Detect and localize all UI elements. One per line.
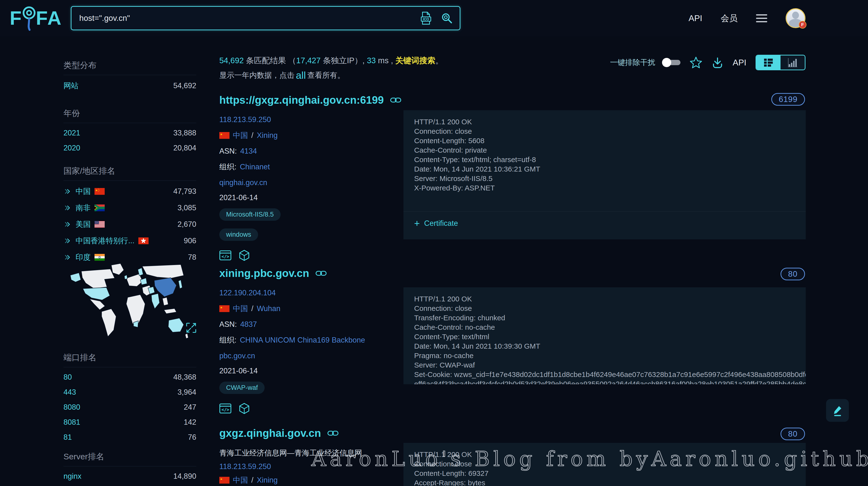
result-ip-link[interactable]: 122.190.204.104 xyxy=(219,289,276,297)
asn-link[interactable]: 4134 xyxy=(240,147,257,156)
download-icon[interactable] xyxy=(711,57,723,69)
edit-button[interactable] xyxy=(826,399,849,422)
country-row-china[interactable]: 中国 47,793 xyxy=(63,183,196,200)
external-link-icon xyxy=(390,97,401,103)
search-icon[interactable] xyxy=(441,12,453,24)
http-response-panel: HTTP/1.1 200 OK Connection: close Conten… xyxy=(403,443,806,486)
favorite-star-icon[interactable] xyxy=(690,56,702,69)
year-row-2021[interactable]: 2021 33,888 xyxy=(63,126,196,140)
double-chevron-icon xyxy=(63,254,72,261)
country-link[interactable]: 中国 xyxy=(233,303,248,314)
list-view-icon xyxy=(763,57,774,68)
user-avatar[interactable]: F xyxy=(785,8,805,28)
product-cube-icon[interactable] xyxy=(239,403,250,414)
tag-waf[interactable]: CWAP-waf xyxy=(219,382,265,394)
svg-text:ICO: ICO xyxy=(423,17,429,21)
city-link[interactable]: Xining xyxy=(257,131,278,140)
south-africa-flag-icon xyxy=(94,204,105,211)
port-badge[interactable]: 6199 xyxy=(771,93,805,106)
india-flag-icon xyxy=(94,254,105,261)
port-row-81[interactable]: 81 76 xyxy=(63,430,196,445)
country-row-hong-kong[interactable]: 中国香港特别行... 906 xyxy=(63,233,196,249)
org-label: 组织: xyxy=(219,335,237,345)
svg-text:</>: </> xyxy=(221,407,229,412)
year-section: 年份 2021 33,888 2020 20,804 xyxy=(63,108,196,156)
logo-pin-icon xyxy=(22,4,36,32)
port-badge[interactable]: 80 xyxy=(780,428,805,440)
fofa-logo[interactable]: F FA xyxy=(10,4,62,32)
result-title-link[interactable]: https://gxgz.qinghai.gov.cn:6199 xyxy=(219,94,401,106)
domain-link[interactable]: pbc.gov.cn xyxy=(219,352,255,360)
asn-link[interactable]: 4837 xyxy=(240,320,257,329)
result-meta: 青海工业经济信息网—青海工业经济信息网 118.213.59.250 中国 / … xyxy=(219,448,403,486)
server-row-apache[interactable]: Apache 2,919 xyxy=(63,484,196,486)
http-response-panel: HTTP/1.1 200 OK Connection: close Transf… xyxy=(403,287,806,384)
asn-label: ASN: xyxy=(219,320,237,329)
ico-favicon-search-icon[interactable]: ICO xyxy=(420,11,432,25)
section-title: 端口排名 xyxy=(63,352,196,367)
double-chevron-icon xyxy=(63,188,72,195)
china-flag-icon xyxy=(219,132,229,139)
country-row-usa[interactable]: 美国 2,670 xyxy=(63,216,196,233)
plus-icon: + xyxy=(414,219,420,228)
result-card: gxgz.qinghai.gov.cn 80 青海工业经济信息网—青海工业经济信… xyxy=(219,427,807,439)
domain-link[interactable]: qinghai.gov.cn xyxy=(219,178,267,187)
tag-os[interactable]: windows xyxy=(219,228,258,241)
latency-value: 33 xyxy=(367,56,376,65)
svg-text:</>: </> xyxy=(221,254,229,259)
http-response-panel: HTTP/1.1 200 OK Connection: close Conten… xyxy=(403,110,806,239)
port-badge[interactable]: 80 xyxy=(780,268,805,280)
type-row-website[interactable]: 网站 54,692 xyxy=(63,77,196,94)
org-link[interactable]: CHINA UNICOM China169 Backbone xyxy=(240,336,365,345)
result-ip-link[interactable]: 118.213.59.250 xyxy=(219,462,271,471)
search-bar: ICO xyxy=(71,6,460,30)
port-row-80[interactable]: 80 48,368 xyxy=(63,370,196,385)
port-row-8081[interactable]: 8081 142 xyxy=(63,415,196,430)
product-cube-icon[interactable] xyxy=(239,250,250,261)
org-label: 组织: xyxy=(219,162,237,172)
toggle-knob xyxy=(662,58,671,67)
org-link[interactable]: Chinanet xyxy=(240,163,270,171)
certificate-toggle[interactable]: + Certificate xyxy=(403,212,806,239)
city-link[interactable]: Wuhan xyxy=(257,304,281,313)
search-input[interactable] xyxy=(79,13,411,23)
country-row-south-africa[interactable]: 南非 3,085 xyxy=(63,200,196,216)
http-headers: HTTP/1.1 200 OK Connection: close Conten… xyxy=(403,110,806,212)
port-row-8080[interactable]: 8080 247 xyxy=(63,400,196,415)
result-title-link[interactable]: gxgz.qinghai.gov.cn xyxy=(219,427,339,439)
result-meta: 122.190.204.104 中国 / Wuhan ASN: 4837 组织:… xyxy=(219,289,403,414)
server-row-nginx[interactable]: nginx 14,890 xyxy=(63,469,196,484)
nav-member-link[interactable]: 会员 xyxy=(721,12,738,24)
keyword-search-link[interactable]: 关键词搜索 xyxy=(395,56,435,65)
menu-icon[interactable] xyxy=(756,14,767,22)
server-ranking-section: Server排名 nginx 14,890 Apache 2,919 xyxy=(63,451,196,486)
country-link[interactable]: 中国 xyxy=(233,130,248,140)
country-link[interactable]: 中国 xyxy=(233,475,248,485)
list-view-button[interactable] xyxy=(756,56,780,69)
bar-chart-icon xyxy=(787,57,798,68)
chart-view-button[interactable] xyxy=(780,56,805,69)
port-ranking-section: 端口排名 80 48,368 443 3,964 8080 247 8081 1… xyxy=(63,352,196,445)
source-code-icon[interactable]: </> xyxy=(219,403,231,414)
result-ip-link[interactable]: 118.213.59.250 xyxy=(219,115,271,124)
result-card: xining.pbc.gov.cn 80 122.190.204.104 中国 … xyxy=(219,267,807,279)
china-flag-icon xyxy=(94,188,105,195)
map-expand-icon[interactable] xyxy=(186,322,197,333)
external-link-icon xyxy=(315,270,327,277)
results-toolbar: 一键排除干扰 API xyxy=(610,54,805,71)
result-card: https://gxgz.qinghai.gov.cn:6199 6199 11… xyxy=(219,94,807,106)
city-link[interactable]: Xining xyxy=(257,476,278,485)
port-row-443[interactable]: 443 3,964 xyxy=(63,385,196,400)
http-headers: HTTP/1.1 200 OK Connection: close Transf… xyxy=(403,287,806,384)
time-range-note: 显示一年内数据，点击all查看所有。 xyxy=(219,70,345,81)
tag-server[interactable]: Microsoft-IIS/8.5 xyxy=(219,208,281,221)
toolbar-api-link[interactable]: API xyxy=(733,58,746,67)
matches-count: 54,692 xyxy=(219,56,244,65)
exclude-noise-toggle[interactable] xyxy=(663,60,680,65)
all-link[interactable]: all xyxy=(294,70,307,81)
result-title-link[interactable]: xining.pbc.gov.cn xyxy=(219,267,327,279)
source-code-icon[interactable]: </> xyxy=(219,250,231,261)
world-map[interactable] xyxy=(65,260,191,342)
year-row-2020[interactable]: 2020 20,804 xyxy=(63,140,196,156)
nav-api-link[interactable]: API xyxy=(689,13,702,23)
